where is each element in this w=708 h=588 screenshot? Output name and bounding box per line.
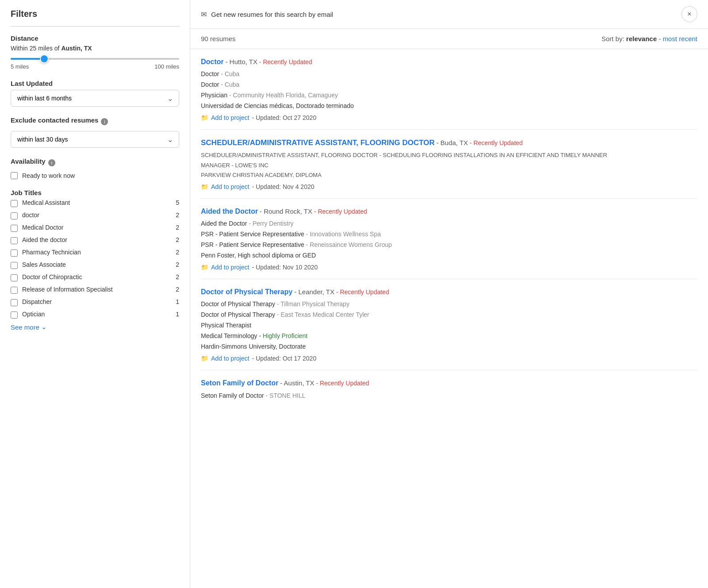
job-title-count: 2 xyxy=(170,249,179,256)
resume-list: Doctor - Hutto, TX - Recently Updated Do… xyxy=(190,49,708,410)
folder-icon: 📁 xyxy=(201,355,208,362)
last-updated-select-wrapper: within last week within last 2 weeks wit… xyxy=(11,90,179,107)
resume-detail-line: Aided the Doctor - Perry Dentistry xyxy=(201,219,697,228)
job-title-row: Sales Associate 2 xyxy=(11,261,179,269)
sort-current[interactable]: relevance xyxy=(626,35,657,42)
results-header: 90 resumes Sort by: relevance - most rec… xyxy=(190,29,708,49)
resume-location: - Austin, TX xyxy=(280,379,314,387)
job-title-count: 2 xyxy=(170,211,179,219)
add-to-project-link[interactable]: Add to project xyxy=(211,183,249,190)
job-title-checkbox-2[interactable] xyxy=(11,225,18,232)
folder-icon: 📁 xyxy=(201,183,208,190)
job-titles-section: Job Titles Medical Assistant 5 doctor 2 … xyxy=(11,189,179,331)
job-title-checkbox-6[interactable] xyxy=(11,274,18,281)
last-updated-label: Last Updated xyxy=(11,80,179,87)
resume-title-line: Seton Family of Doctor - Austin, TX - Re… xyxy=(201,378,697,388)
resume-detail-line: Physician - Community Health Florida, Ca… xyxy=(201,91,697,100)
email-banner: ✉ Get new resumes for this search by ema… xyxy=(190,0,708,29)
job-title-count: 2 xyxy=(170,224,179,231)
email-banner-text: Get new resumes for this search by email xyxy=(211,11,333,18)
resume-detail-line: Physical Therapist xyxy=(201,321,697,330)
resume-title-link[interactable]: SCHEDULER/ADMINISTRATIVE ASSISTANT, FLOO… xyxy=(201,138,435,147)
job-title-count: 5 xyxy=(170,199,179,206)
availability-label-row: Availability i xyxy=(11,158,179,168)
job-title-row: Pharmacy Technician 2 xyxy=(11,249,179,257)
exclude-contacted-info-icon[interactable]: i xyxy=(101,118,108,125)
sort-most-recent-link[interactable]: most recent xyxy=(663,35,697,42)
add-to-project-link[interactable]: Add to project xyxy=(211,355,249,362)
add-to-project-link[interactable]: Add to project xyxy=(211,114,249,121)
job-title-row: Medical Assistant 5 xyxy=(11,199,179,207)
job-title-row: doctor 2 xyxy=(11,211,179,219)
availability-label: Availability xyxy=(11,158,46,165)
job-title-checkbox-1[interactable] xyxy=(11,212,18,219)
job-title-checkbox-8[interactable] xyxy=(11,299,18,306)
job-titles-label: Job Titles xyxy=(11,189,179,196)
resume-title-line: Doctor of Physical Therapy - Leander, TX… xyxy=(201,287,697,297)
resume-detail-line: Seton Family of Doctor - STONE HILL xyxy=(201,391,697,400)
resume-detail-line: Doctor of Physical Therapy - Tillman Phy… xyxy=(201,300,697,309)
job-title-row: Dispatcher 1 xyxy=(11,298,179,306)
updated-date: - Updated: Nov 10 2020 xyxy=(252,264,318,271)
slider-min-label: 5 miles xyxy=(11,63,29,70)
job-title-checkbox-3[interactable] xyxy=(11,237,18,244)
job-title-checkbox-5[interactable] xyxy=(11,262,18,269)
resume-location: - Hutto, TX xyxy=(225,58,257,65)
see-more-link[interactable]: See more ⌄ xyxy=(11,323,179,331)
availability-option-label: Ready to work now xyxy=(22,172,75,179)
recently-updated-badge: - Recently Updated xyxy=(316,380,369,387)
sort-options: Sort by: relevance - most recent xyxy=(601,35,697,42)
job-title-name: Pharmacy Technician xyxy=(22,249,166,256)
job-title-checkbox-9[interactable] xyxy=(11,311,18,319)
availability-info-icon[interactable]: i xyxy=(48,159,55,166)
updated-date: - Updated: Nov 4 2020 xyxy=(252,183,314,190)
distance-slider-container xyxy=(11,58,179,60)
job-title-name: Doctor of Chiropractic xyxy=(22,273,166,281)
resume-card: Doctor of Physical Therapy - Leander, TX… xyxy=(201,279,697,370)
sidebar: Filters Distance Within 25 miles of Aust… xyxy=(0,0,190,588)
distance-description: Within 25 miles of Austin, TX xyxy=(11,45,179,52)
job-title-name: Release of Information Specialist xyxy=(22,286,166,293)
resume-detail-line: PSR - Patient Service Representative - I… xyxy=(201,230,697,239)
resume-detail-line: PSR - Patient Service Representative - R… xyxy=(201,240,697,250)
distance-label: Distance xyxy=(11,35,179,42)
resume-location: - Buda, TX xyxy=(436,139,468,146)
email-banner-close-button[interactable]: × xyxy=(681,6,697,22)
job-title-checkbox-7[interactable] xyxy=(11,287,18,294)
last-updated-select[interactable]: within last week within last 2 weeks wit… xyxy=(11,90,179,107)
job-title-row: Medical Doctor 2 xyxy=(11,224,179,232)
resume-location: - Round Rock, TX xyxy=(260,208,312,215)
updated-date: - Updated: Oct 27 2020 xyxy=(252,114,316,121)
slider-track xyxy=(11,58,179,60)
exclude-contacted-label: Exclude contacted resumes xyxy=(11,116,98,124)
job-title-count: 2 xyxy=(170,261,179,268)
folder-icon: 📁 xyxy=(201,114,208,121)
job-title-checkbox-0[interactable] xyxy=(11,200,18,207)
resume-title-link[interactable]: Aided the Doctor xyxy=(201,208,258,215)
last-updated-filter: Last Updated within last week within las… xyxy=(11,80,179,107)
slider-fill xyxy=(11,58,44,60)
add-to-project-link[interactable]: Add to project xyxy=(211,264,249,271)
job-title-checkbox-4[interactable] xyxy=(11,250,18,257)
resume-detail-line: SCHEDULER/ADMINISTRATIVE ASSISTANT, FLOO… xyxy=(201,151,697,160)
resume-title-link[interactable]: Doctor of Physical Therapy xyxy=(201,288,292,296)
job-title-count: 2 xyxy=(170,286,179,293)
resume-location: - Leander, TX xyxy=(294,288,335,296)
add-to-project-line: 📁 Add to project - Updated: Nov 4 2020 xyxy=(201,183,697,190)
resume-title-link[interactable]: Doctor xyxy=(201,58,224,65)
job-title-name: Dispatcher xyxy=(22,298,166,305)
sort-by-label: Sort by: xyxy=(601,35,624,42)
availability-checkbox[interactable] xyxy=(11,172,18,179)
email-banner-left: ✉ Get new resumes for this search by ema… xyxy=(201,10,333,19)
sidebar-divider xyxy=(11,26,179,27)
see-more-chevron-icon: ⌄ xyxy=(41,323,47,331)
exclude-contacted-select[interactable]: within last 7 days within last 30 days w… xyxy=(11,131,179,148)
recently-updated-badge: - Recently Updated xyxy=(314,208,367,215)
resume-title-link[interactable]: Seton Family of Doctor xyxy=(201,379,278,387)
slider-thumb[interactable] xyxy=(40,54,49,63)
resume-detail-line: Doctor - Cuba xyxy=(201,69,697,79)
results-count: 90 resumes xyxy=(201,35,235,42)
resume-detail-line: PARKVIEW CHRISTIAN ACADEMY, DIPLOMA xyxy=(201,171,697,180)
job-title-name: Aided the doctor xyxy=(22,236,166,243)
resume-title-line: SCHEDULER/ADMINISTRATIVE ASSISTANT, FLOO… xyxy=(201,138,697,148)
